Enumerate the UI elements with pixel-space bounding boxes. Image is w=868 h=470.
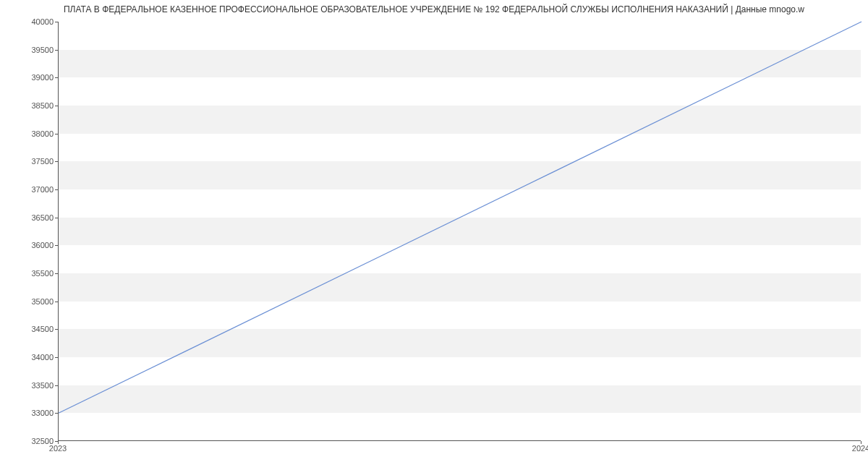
x-tick-mark [861, 441, 861, 444]
y-tick-mark [55, 50, 58, 51]
y-tick-mark [55, 161, 58, 162]
y-tick-mark [55, 218, 58, 218]
y-tick-mark [55, 134, 58, 134]
y-tick-label: 37000 [31, 185, 54, 194]
chart-title: ПЛАТА В ФЕДЕРАЛЬНОЕ КАЗЕННОЕ ПРОФЕССИОНА… [0, 4, 868, 14]
y-tick-label: 37500 [31, 157, 54, 166]
y-tick-label: 36000 [31, 241, 54, 249]
chart-container: ПЛАТА В ФЕДЕРАЛЬНОЕ КАЗЕННОЕ ПРОФЕССИОНА… [0, 0, 868, 470]
y-tick-label: 35000 [31, 297, 54, 306]
y-tick-label: 38000 [31, 129, 54, 138]
x-tick-label: 2023 [49, 444, 67, 453]
y-tick-label: 33500 [31, 381, 54, 390]
y-tick-mark [55, 106, 58, 106]
y-tick-label: 34000 [31, 353, 54, 362]
y-tick-mark [55, 22, 58, 22]
x-tick-label: 2024 [852, 444, 868, 453]
y-tick-mark [55, 357, 58, 358]
y-tick-mark [55, 245, 58, 246]
y-tick-label: 34500 [31, 325, 54, 333]
y-tick-label: 35500 [31, 269, 54, 278]
y-tick-label: 39500 [31, 46, 54, 54]
plot-area [58, 22, 861, 441]
x-tick-mark [58, 441, 59, 444]
y-tick-label: 40000 [31, 17, 54, 26]
y-tick-label: 38500 [31, 101, 54, 110]
y-tick-label: 39000 [31, 73, 54, 82]
y-tick-mark [55, 385, 58, 386]
y-tick-mark [55, 273, 58, 274]
y-tick-mark [55, 189, 58, 190]
y-tick-mark [55, 329, 58, 330]
y-tick-mark [55, 413, 58, 414]
y-tick-label: 33000 [31, 409, 54, 417]
data-line [59, 22, 861, 413]
y-tick-mark [55, 77, 58, 78]
y-tick-mark [55, 302, 58, 302]
line-svg [59, 22, 861, 440]
y-tick-label: 36500 [31, 213, 54, 222]
